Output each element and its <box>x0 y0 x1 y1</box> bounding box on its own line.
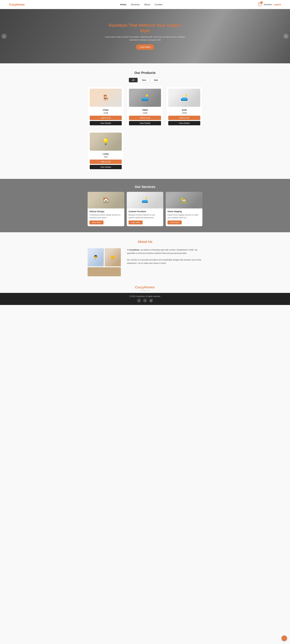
product-price-lamp: 50$ <box>90 156 122 158</box>
hero-learn-more-button[interactable]: Learn More <box>136 44 154 50</box>
about-section: About Us 👨‍💼 🤝 At CozyHome, we believe i… <box>0 232 290 284</box>
filter-row: All New Sale <box>9 78 281 82</box>
service-image-staging: 🏡 <box>166 192 202 208</box>
social-twitter-button[interactable]: t <box>143 298 147 302</box>
about-title: About Us <box>9 240 281 244</box>
view-details-table-button[interactable]: View Details <box>129 121 161 125</box>
social-instagram-button[interactable]: in <box>149 298 153 302</box>
product-icon-lamp: 💡 <box>90 132 122 151</box>
hero-title: Furniture That Reflects Your Unique Styl… <box>104 22 186 34</box>
logout-button[interactable]: LogOut <box>273 3 281 6</box>
service-image-interior: 🏠 <box>88 192 124 208</box>
watermark-sub: mostaql.com <box>2 290 288 292</box>
service-name-interior: Interior Design <box>89 210 122 213</box>
nav-links: Home Services About Contact <box>120 3 162 6</box>
service-learn-custom-button[interactable]: Learn More <box>128 220 142 224</box>
service-name-custom: Custom Furniture <box>128 210 162 213</box>
services-grid: 🏠 Interior Design Professional interior … <box>88 192 202 226</box>
about-paragraph-2: Our mission is to provide innovative and… <box>127 258 202 265</box>
product-name-sofa: Sofa <box>168 108 200 111</box>
service-card-interior: 🏠 Interior Design Professional interior … <box>88 192 124 226</box>
service-image-custom: 🛋️ <box>127 192 164 208</box>
add-to-cart-table-button[interactable]: Add to Cart <box>129 116 161 120</box>
product-icon-chair: 🪑 <box>90 89 122 107</box>
footer-socials: f t in <box>3 298 287 302</box>
cart-badge: 0 <box>260 1 263 4</box>
service-body-custom: Custom Furniture Bespoke furniture tailo… <box>127 208 164 226</box>
hero-next-button[interactable]: › <box>283 34 288 39</box>
add-to-cart-lamp-button[interactable]: Add to Cart <box>90 160 122 164</box>
nav-contact[interactable]: Contact <box>155 3 163 6</box>
product-icon-table: 🛋️ <box>129 89 161 107</box>
hero-subtitle: Lorem ipsum dolor sit amet consectetur, … <box>104 36 186 42</box>
service-learn-interior-button[interactable]: Learn More <box>89 220 103 224</box>
navbar: CozyHome Home Services About Contact 0 n… <box>0 0 290 9</box>
product-icon-sofa: 🛋️ <box>168 89 200 107</box>
services-section: Our Services 🏠 Interior Design Professio… <box>0 179 290 232</box>
footer: © 2025 CozyHome. All rights reserved. f … <box>0 293 290 305</box>
filter-sale-button[interactable]: Sale <box>151 78 161 82</box>
product-image-chair: 🪑 <box>90 89 122 107</box>
service-desc-custom: Bespoke furniture tailored to your speci… <box>128 214 162 219</box>
nav-services[interactable]: Services <box>131 3 140 6</box>
about-image-1: 👨‍💼 <box>88 248 104 266</box>
product-card-chair: 🪑 Chair 200$ Add to Cart View Details <box>88 86 124 128</box>
social-facebook-button[interactable]: f <box>137 298 141 302</box>
footer-copyright: © 2025 CozyHome. All rights reserved. <box>3 295 287 298</box>
product-card-table: 🛋️ Table 150$ Add to Cart View Details <box>127 86 163 128</box>
add-to-cart-chair-button[interactable]: Add to Cart <box>90 116 122 120</box>
watermark-logo: CozyHomo <box>135 285 155 289</box>
product-name-lamp: Lamp <box>90 152 122 155</box>
about-content: 👨‍💼 🤝 At CozyHome, we believe in blendin… <box>88 248 202 276</box>
service-card-custom: 🛋️ Custom Furniture Bespoke furniture ta… <box>127 192 164 226</box>
hero-content: Furniture That Reflects Your Unique Styl… <box>104 22 186 50</box>
service-body-interior: Interior Design Professional interior de… <box>88 208 124 226</box>
products-title: Our Products <box>9 71 281 75</box>
filter-new-button[interactable]: New <box>139 78 149 82</box>
view-details-lamp-button[interactable]: View Details <box>90 165 122 169</box>
product-image-table: 🛋️ <box>129 89 161 107</box>
nav-home[interactable]: Home <box>120 3 126 6</box>
product-name-table: Table <box>129 108 161 111</box>
hero-section: ‹ Furniture That Reflects Your Unique St… <box>0 9 290 63</box>
service-learn-staging-button[interactable]: Learn More <box>168 220 182 224</box>
product-price-chair: 200$ <box>90 112 122 114</box>
about-text: At CozyHome, we believe in blending styl… <box>127 248 202 265</box>
about-image-grid: 👨‍💼 🤝 <box>88 248 121 276</box>
service-body-staging: Home Staging Expert home staging service… <box>166 208 202 226</box>
service-name-staging: Home Staging <box>168 210 201 213</box>
about-image-3 <box>88 267 121 276</box>
service-desc-interior: Professional interior design services to… <box>89 214 122 219</box>
product-price-table: 150$ <box>129 112 161 114</box>
filter-all-button[interactable]: All <box>129 78 137 82</box>
about-image-2: 🤝 <box>105 248 121 266</box>
hero-title-plain: Furniture That Reflects Your <box>109 23 167 28</box>
nav-about[interactable]: About <box>144 3 150 6</box>
watermark: CozyHomo mostaql.com <box>0 284 290 293</box>
product-card-lamp: 💡 Lamp 50$ Add to Cart View Details <box>88 130 124 171</box>
hero-prev-button[interactable]: ‹ <box>2 34 7 39</box>
nav-right: 0 nemreen LogOut <box>258 2 281 7</box>
view-details-chair-button[interactable]: View Details <box>90 121 122 125</box>
product-image-lamp: 💡 <box>90 132 122 151</box>
service-card-staging: 🏡 Home Staging Expert home staging servi… <box>166 192 202 226</box>
product-name-chair: Chair <box>90 108 122 111</box>
service-desc-staging: Expert home staging services to make you… <box>168 214 201 219</box>
product-image-sofa: 🛋️ <box>168 89 200 107</box>
product-price-sofa: 300$ <box>168 112 200 114</box>
about-paragraph-1: At CozyHome, we believe in blending styl… <box>127 248 202 255</box>
add-to-cart-sofa-button[interactable]: Add to Cart <box>168 116 200 120</box>
products-grid: 🪑 Chair 200$ Add to Cart View Details 🛋️… <box>88 86 202 171</box>
services-title: Our Services <box>9 185 281 189</box>
products-section: Our Products All New Sale 🪑 Chair 200$ A… <box>0 63 290 179</box>
cart-button[interactable]: 0 <box>258 2 262 7</box>
site-logo[interactable]: CozyHome <box>9 3 25 6</box>
product-card-sofa: 🛋️ Sofa 300$ Add to Cart View Details <box>166 86 202 128</box>
view-details-sofa-button[interactable]: View Details <box>168 121 200 125</box>
username-label: nemreen <box>263 3 272 6</box>
